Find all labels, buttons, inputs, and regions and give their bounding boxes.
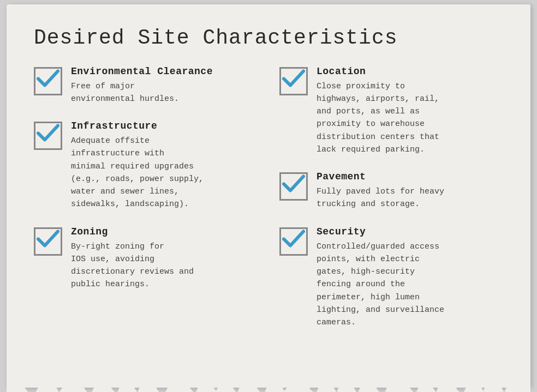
desc-environmental-clearance: Free of majorenvironmental hurdles.: [71, 80, 258, 106]
title-pavement: Pavement: [317, 171, 503, 182]
item-security: Security Controlled/guarded accesspoints…: [279, 226, 503, 329]
item-zoning: Zoning By-right zoning forIOS use, avoid…: [34, 226, 258, 291]
content-security: Security Controlled/guarded accesspoints…: [317, 226, 503, 329]
checkbox-zoning: [34, 227, 62, 256]
title-infrastructure: Infrastructure: [71, 120, 258, 131]
checkmark-location: [282, 69, 306, 91]
content-zoning: Zoning By-right zoning forIOS use, avoid…: [71, 226, 258, 291]
item-environmental-clearance: Environmental Clearance Free of majorenv…: [34, 66, 258, 106]
checkmark-security: [282, 229, 306, 251]
content-pavement: Pavement Fully paved lots for heavytruck…: [317, 171, 503, 211]
page-title: Desired Site Characteristics: [34, 26, 503, 50]
main-card: Desired Site Characteristics Environment…: [7, 4, 530, 388]
checkbox-infrastructure: [34, 122, 62, 150]
desc-location: Close proximity tohighways, airports, ra…: [317, 80, 503, 156]
title-environmental-clearance: Environmental Clearance: [71, 66, 258, 77]
title-security: Security: [317, 226, 503, 237]
checkmark-infrastructure: [36, 124, 60, 146]
content-environmental-clearance: Environmental Clearance Free of majorenv…: [71, 66, 258, 106]
item-location: Location Close proximity tohighways, air…: [279, 66, 503, 156]
checkmark-environmental-clearance: [36, 69, 60, 91]
checkmark-pavement: [282, 174, 306, 197]
checkbox-pavement: [279, 172, 308, 201]
right-column: Location Close proximity tohighways, air…: [279, 66, 503, 345]
left-column: Environmental Clearance Free of majorenv…: [34, 66, 258, 345]
title-location: Location: [317, 66, 503, 77]
item-infrastructure: Infrastructure Adequate offsiteinfrastru…: [34, 120, 258, 211]
checkbox-location: [279, 67, 308, 95]
content-grid: Environmental Clearance Free of majorenv…: [34, 66, 503, 345]
title-zoning: Zoning: [71, 226, 258, 237]
desc-security: Controlled/guarded accesspoints, with el…: [317, 240, 503, 329]
checkbox-security: [279, 227, 308, 256]
desc-infrastructure: Adequate offsiteinfrastructure withminim…: [71, 135, 258, 211]
item-pavement: Pavement Fully paved lots for heavytruck…: [279, 171, 503, 211]
checkbox-environmental-clearance: [34, 67, 62, 95]
desc-pavement: Fully paved lots for heavytrucking and s…: [317, 185, 503, 211]
content-location: Location Close proximity tohighways, air…: [317, 66, 503, 156]
desc-zoning: By-right zoning forIOS use, avoidingdisc…: [71, 240, 258, 291]
checkmark-zoning: [36, 229, 60, 251]
content-infrastructure: Infrastructure Adequate offsiteinfrastru…: [71, 120, 258, 211]
